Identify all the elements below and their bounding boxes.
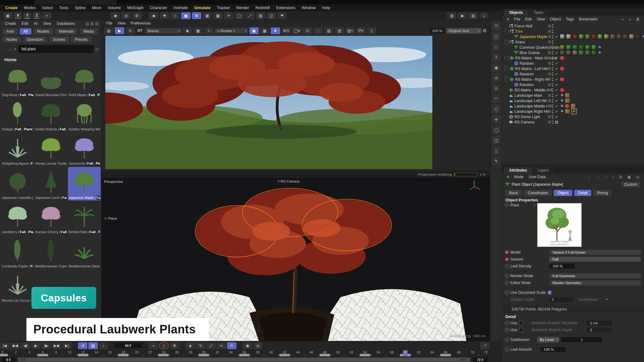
text-tool-icon[interactable]: T [492,53,500,61]
material-swatch[interactable] [566,45,571,50]
menu-tools[interactable]: Tools [56,5,71,11]
cube-primitive-icon[interactable]: ◆ [149,12,158,19]
leaf-density-field[interactable]: 100 % [549,264,575,269]
refresh-icon[interactable]: ↻ [125,27,135,34]
hamburger-icon[interactable]: ≡ [505,174,511,179]
visibility-dots-icon[interactable] [552,78,553,81]
object-name[interactable]: Landscape Right Hill [514,109,549,114]
visibility-dots-icon[interactable] [552,104,553,108]
material-swatch[interactable] [570,103,576,109]
layer-toggle-icon[interactable] [548,41,551,43]
filter-chip-auto[interactable]: Auto [3,28,18,35]
material-swatch[interactable] [597,34,603,39]
redshift-material-icon[interactable] [560,66,564,71]
material-swatch[interactable] [560,50,565,55]
material-swatch[interactable] [591,34,597,39]
lens-icon[interactable]: ◯ [492,126,500,134]
attr-tab-phong[interactable]: Phong [593,190,612,196]
goto-start-button[interactable]: |◀ [0,342,9,349]
layer-toggle-icon[interactable] [548,94,551,97]
object-row[interactable]: Focus Null [502,23,644,29]
material-swatch[interactable] [604,34,609,39]
material-swatch[interactable] [591,50,597,55]
redshift-material-icon[interactable] [560,77,564,82]
bucket-grid-icon[interactable]: ▦ [260,27,269,34]
forward-icon[interactable]: → [594,174,602,179]
timeline-key-marker[interactable] [158,354,169,356]
scale-key-button[interactable]: ⤢ [206,342,216,349]
asset-item[interactable]: Jacaranda (Fall, Plant) [68,133,101,166]
visibility-dots-icon[interactable] [552,46,553,49]
object-menu-object[interactable]: Object [548,17,563,22]
timeline-key-marker[interactable] [319,354,330,356]
end-frame-field[interactable]: 72 F [473,357,488,362]
object-name[interactable]: Grass [515,40,525,44]
filter-chip-nodes[interactable]: Nodes [3,36,21,43]
material-swatch[interactable] [579,50,584,55]
visibility-dots-icon[interactable] [552,72,553,76]
rotation-key-button[interactable]: ↻ [196,342,205,349]
menu-mesh[interactable]: Mesh [89,5,104,11]
fit-icon[interactable]: ⛶ [314,27,323,34]
model-diamond-icon[interactable] [505,250,509,255]
visibility-dots-icon[interactable] [552,115,553,119]
array-icon[interactable]: ▦ [203,12,212,19]
tab-takes[interactable]: Takes [529,9,548,16]
spline-pen-icon[interactable]: ✚ [160,12,169,19]
film-icon[interactable]: ▤ [104,27,114,34]
visibility-dots-icon[interactable] [552,51,553,55]
layer-toggle-icon[interactable] [548,30,551,33]
layout-detail-icon[interactable]: ▤ [95,21,99,26]
asset-item[interactable]: Mound Lily Yucca (Fall... [1,270,34,303]
asset-menu-view[interactable]: View [41,21,53,26]
filter-chip-presets[interactable]: Presets [71,36,92,43]
asset-item[interactable]: Honey Locust 'Sunbur... [35,133,67,166]
filter-chip-materials[interactable]: Materials [55,28,78,35]
enabled-check-icon[interactable]: ✓ [554,115,559,119]
object-name[interactable]: Blue Grama [519,51,540,55]
image-add-icon[interactable]: ▥+ [346,27,355,34]
enabled-check-icon[interactable]: ✓ [554,109,559,114]
visibility-dots-icon[interactable] [552,62,553,65]
subdivision-value-field[interactable]: 1 [561,337,602,342]
prev-key-button[interactable]: ◆◀ [10,342,20,349]
dither-grid-icon[interactable]: ▦ [193,27,203,34]
render-view-menu-file[interactable]: File [104,21,114,26]
attr-menu-user-data[interactable]: User Data [526,174,548,179]
asset-menu-create[interactable]: Create [3,21,18,26]
crop-icon[interactable]: ⌗ [204,27,214,34]
menu-select[interactable]: Select [39,5,56,11]
favorite-icon[interactable]: ✦ [14,47,17,52]
layout-list-icon[interactable]: ▤ [90,21,94,26]
home-icon[interactable]: ⌂ [9,47,12,52]
annotation-flag-icon[interactable]: ⚑ [642,35,644,39]
expand-toggle-icon[interactable]: – [505,56,509,60]
use-min-diamond-icon[interactable] [505,321,509,325]
material-swatch[interactable] [610,34,615,39]
keyframe-settings-button[interactable]: ⚙ [170,342,179,349]
use-max-checkbox[interactable]: ✓ [519,328,523,332]
layer-toggle-icon[interactable] [548,67,551,70]
asset-item[interactable]: Japanese Camellia (Fal... [1,167,34,200]
asset-menu-ai[interactable]: AI [32,21,40,26]
object-name[interactable]: RS Matrix - Left Hill [515,67,547,71]
gear-icon[interactable]: ⚙ [483,28,487,34]
selection-frame-icon[interactable]: ▢ [492,32,500,41]
object-menu-edit[interactable]: Edit [523,17,534,22]
enabled-check-icon[interactable]: ✓ [554,45,559,50]
field-icon[interactable]: ⚙ [192,12,201,19]
asset-item[interactable]: Japanese Maple (Fall, ... [68,167,101,200]
pass-dropdown[interactable]: Beauty [145,28,181,34]
next-key-button[interactable]: ▶◆ [52,342,61,349]
use-max-diamond-icon[interactable] [505,328,509,332]
menu-modes[interactable]: Modes [21,5,39,11]
pla-key-button[interactable]: ✂ [227,342,236,349]
asset-item[interactable]: Hedgehog Agave (Fall... [1,133,34,166]
lock-icon[interactable]: ▣ [249,27,259,34]
asset-item[interactable]: Lombardy Poplar (Fall... [1,235,34,269]
tab-objects[interactable]: Objects [504,9,528,16]
back-arrow-icon[interactable]: ‹ [3,47,4,52]
show-fcurves-button[interactable]: ⤤ [480,342,490,349]
enabled-check-icon[interactable]: ✓ [554,56,559,60]
object-row[interactable]: RS Dome Light✓ [502,114,644,119]
